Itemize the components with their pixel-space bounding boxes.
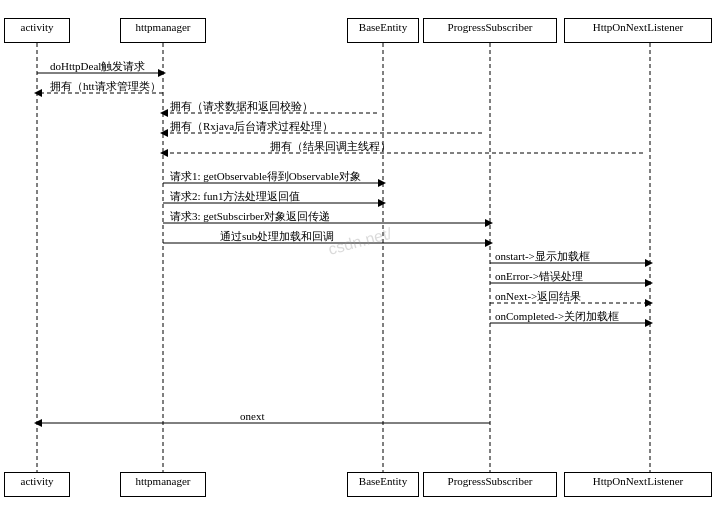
diagram-container: doHttpDeal触发请求 拥有（htt请求管理类） 拥有（请求数据和返回校验… xyxy=(0,0,717,511)
svg-text:csdn.net/: csdn.net/ xyxy=(326,225,394,258)
svg-marker-6 xyxy=(158,69,166,77)
svg-marker-30 xyxy=(485,239,493,247)
svg-marker-27 xyxy=(485,219,493,227)
svg-text:拥有（请求数据和返回校验）: 拥有（请求数据和返回校验） xyxy=(170,100,313,112)
lifeline-activity-top: activity xyxy=(4,18,70,43)
lifeline-httponext-top: HttpOnNextListener xyxy=(564,18,712,43)
svg-marker-21 xyxy=(378,179,386,187)
svg-text:doHttpDeal触发请求: doHttpDeal触发请求 xyxy=(50,60,145,72)
svg-text:onCompleted->关闭加载框: onCompleted->关闭加载框 xyxy=(495,310,619,322)
svg-text:拥有（Rxjava后台请求过程处理）: 拥有（Rxjava后台请求过程处理） xyxy=(170,120,333,132)
svg-marker-33 xyxy=(645,259,653,267)
svg-text:请求2: fun1方法处理返回值: 请求2: fun1方法处理返回值 xyxy=(170,190,300,202)
svg-text:onError->错误处理: onError->错误处理 xyxy=(495,270,583,282)
svg-text:请求1: getObservable得到Observable: 请求1: getObservable得到Observable对象 xyxy=(170,170,361,182)
svg-text:onstart->显示加载框: onstart->显示加载框 xyxy=(495,250,590,262)
svg-marker-18 xyxy=(160,149,168,157)
svg-marker-36 xyxy=(645,279,653,287)
svg-marker-39 xyxy=(645,299,653,307)
lifeline-httpmanager-top: httpmanager xyxy=(120,18,206,43)
lifeline-httpmanager-bottom: httpmanager xyxy=(120,472,206,497)
lifeline-baseentity-top: BaseEntity xyxy=(347,18,419,43)
diagram-svg: doHttpDeal触发请求 拥有（htt请求管理类） 拥有（请求数据和返回校验… xyxy=(0,0,717,511)
lifeline-progresssubscriber-top: ProgressSubscriber xyxy=(423,18,557,43)
svg-text:拥有（结果回调主线程）: 拥有（结果回调主线程） xyxy=(270,140,391,152)
svg-text:onext: onext xyxy=(240,410,264,422)
lifeline-httponext-bottom: HttpOnNextListener xyxy=(564,472,712,497)
svg-marker-42 xyxy=(645,319,653,327)
lifeline-progresssubscriber-bottom: ProgressSubscriber xyxy=(423,472,557,497)
lifeline-activity-bottom: activity xyxy=(4,472,70,497)
svg-text:拥有（htt请求管理类）: 拥有（htt请求管理类） xyxy=(50,80,161,92)
lifeline-baseentity-bottom: BaseEntity xyxy=(347,472,419,497)
svg-marker-9 xyxy=(34,89,42,97)
svg-marker-12 xyxy=(160,109,168,117)
svg-text:onNext->返回结果: onNext->返回结果 xyxy=(495,290,581,302)
svg-text:通过sub处理加载和回调: 通过sub处理加载和回调 xyxy=(220,230,334,242)
svg-marker-24 xyxy=(378,199,386,207)
svg-text:请求3: getSubscirber对象返回传递: 请求3: getSubscirber对象返回传递 xyxy=(170,210,330,222)
svg-marker-15 xyxy=(160,129,168,137)
svg-marker-45 xyxy=(34,419,42,427)
